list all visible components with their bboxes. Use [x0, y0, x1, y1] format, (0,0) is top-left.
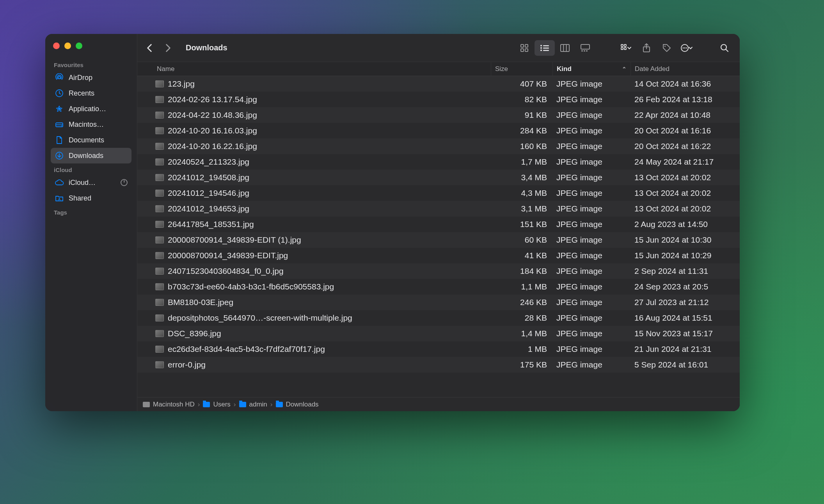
svg-rect-10 — [521, 49, 524, 51]
file-kind: JPEG image — [552, 235, 630, 245]
folder-icon — [276, 402, 283, 407]
file-row[interactable]: 20241012_194546.jpg 4,3 MB JPEG image 13… — [137, 185, 740, 201]
file-row[interactable]: 200008700914_349839-EDIT (1).jpg 60 KB J… — [137, 232, 740, 248]
svg-rect-17 — [543, 50, 549, 51]
share-button[interactable] — [640, 41, 653, 55]
sidebar-item-macintos-[interactable]: Macintos… — [51, 117, 131, 132]
sidebar-item-downloads[interactable]: Downloads — [51, 148, 131, 163]
breadcrumb-item[interactable]: Downloads — [276, 401, 319, 408]
file-row[interactable]: 20241012_194508.jpg 3,4 MB JPEG image 13… — [137, 170, 740, 185]
file-name: 20241012_194546.jpg — [168, 188, 249, 198]
file-date: 27 Jul 2023 at 21:12 — [630, 298, 740, 307]
breadcrumb-item[interactable]: Users — [203, 401, 230, 408]
close-window-button[interactable] — [53, 43, 60, 49]
svg-point-16 — [540, 50, 542, 51]
file-size: 3,1 MB — [491, 204, 552, 213]
file-row[interactable]: depositphotos_5644970…-screen-with-multi… — [137, 310, 740, 326]
sidebar-item-icloud-[interactable]: iCloud… — [51, 175, 131, 190]
forward-button[interactable] — [162, 41, 175, 55]
svg-point-7 — [59, 198, 60, 199]
file-row[interactable]: 2024-10-20 16.22.16.jpg 160 KB JPEG imag… — [137, 138, 740, 154]
sidebar-item-label: Recents — [69, 89, 94, 98]
more-actions-button[interactable] — [680, 41, 694, 55]
file-date: 13 Oct 2024 at 20:02 — [630, 173, 740, 182]
file-date: 20 Oct 2024 at 16:16 — [630, 126, 740, 135]
file-date: 15 Nov 2023 at 15:17 — [630, 329, 740, 338]
column-header-kind[interactable]: Kind ⌃ — [552, 62, 630, 76]
svg-rect-11 — [525, 49, 528, 51]
column-header-name[interactable]: Name — [153, 62, 491, 76]
file-size: 4,3 MB — [491, 188, 552, 198]
sidebar-item-shared[interactable]: Shared — [51, 190, 131, 206]
breadcrumb-item[interactable]: admin — [239, 401, 267, 408]
search-button[interactable] — [718, 41, 731, 55]
sidebar-item-airdrop[interactable]: AirDrop — [51, 70, 131, 85]
file-row[interactable]: DSC_8396.jpg 1,4 MB JPEG image 15 Nov 20… — [137, 326, 740, 341]
finder-window: FavouritesAirDropRecentsApplicatio…Macin… — [45, 34, 740, 411]
file-thumbnail-icon — [155, 158, 164, 165]
file-name: 2024-10-20 16.22.16.jpg — [168, 142, 257, 151]
file-date: 15 Jun 2024 at 10:30 — [630, 235, 740, 245]
sidebar-item-applicatio-[interactable]: Applicatio… — [51, 101, 131, 117]
file-row[interactable]: 123.jpg 407 KB JPEG image 14 Oct 2024 at… — [137, 76, 740, 92]
svg-point-33 — [684, 47, 685, 48]
file-row[interactable]: 2024-04-22 10.48.36.jpg 91 KB JPEG image… — [137, 107, 740, 123]
file-size: 82 KB — [491, 95, 552, 104]
file-size: 151 KB — [491, 220, 552, 229]
group-by-button[interactable] — [620, 41, 633, 55]
file-row[interactable]: 20240524_211323.jpg 1,7 MB JPEG image 24… — [137, 154, 740, 170]
file-row[interactable]: 240715230403604834_f0_0.jpg 184 KB JPEG … — [137, 263, 740, 279]
file-size: 160 KB — [491, 142, 552, 151]
file-row[interactable]: 20241012_194653.jpg 3,1 MB JPEG image 13… — [137, 201, 740, 217]
download-icon — [55, 151, 64, 160]
tags-button[interactable] — [660, 41, 673, 55]
zoom-window-button[interactable] — [76, 43, 82, 49]
file-row[interactable]: b703c73d-ee60-4ab3-b3c1-fb6d5c905583.jpg… — [137, 279, 740, 295]
sidebar-item-label: AirDrop — [69, 74, 92, 82]
gallery-view-button[interactable] — [575, 40, 595, 56]
file-row[interactable]: 264417854_185351.jpg 151 KB JPEG image 2… — [137, 217, 740, 232]
file-thumbnail-icon — [155, 236, 164, 243]
svg-rect-23 — [584, 50, 585, 51]
sidebar-item-recents[interactable]: Recents — [51, 85, 131, 101]
back-button[interactable] — [143, 41, 156, 55]
file-date: 24 Sep 2023 at 20:5 — [630, 282, 740, 291]
breadcrumb-label: Macintosh HD — [153, 401, 195, 408]
minimize-window-button[interactable] — [64, 43, 71, 49]
list-view-button[interactable] — [535, 40, 555, 56]
file-name: 200008700914_349839-EDIT.jpg — [168, 251, 288, 260]
svg-point-2 — [58, 108, 60, 110]
breadcrumb-item[interactable]: Macintosh HD — [143, 401, 195, 408]
file-list[interactable]: 123.jpg 407 KB JPEG image 14 Oct 2024 at… — [137, 76, 740, 397]
file-row[interactable]: 200008700914_349839-EDIT.jpg 41 KB JPEG … — [137, 248, 740, 263]
file-kind: JPEG image — [552, 298, 630, 307]
sort-ascending-icon: ⌃ — [622, 66, 627, 72]
icon-view-button[interactable] — [514, 40, 535, 56]
file-size: 284 KB — [491, 126, 552, 135]
file-row[interactable]: ec26d3ef-83d4-4ac5-b43c-f7df2af70f17.jpg… — [137, 341, 740, 357]
file-size: 28 KB — [491, 313, 552, 323]
file-thumbnail-icon — [155, 330, 164, 337]
nav-buttons — [143, 41, 175, 55]
sidebar-item-label: Shared — [69, 194, 91, 202]
breadcrumb-separator-icon: › — [198, 401, 200, 408]
file-kind: JPEG image — [552, 204, 630, 213]
sidebar-item-documents[interactable]: Documents — [51, 132, 131, 148]
file-kind: JPEG image — [552, 95, 630, 104]
column-header-date[interactable]: Date Added — [630, 62, 740, 76]
clock-icon — [55, 89, 64, 98]
sidebar-section-label: Favourites — [51, 59, 131, 70]
column-view-button[interactable] — [555, 40, 575, 56]
column-header-size[interactable]: Size — [491, 62, 552, 76]
file-kind: JPEG image — [552, 282, 630, 291]
svg-point-0 — [58, 76, 60, 79]
file-row[interactable]: BM8180-03E.jpeg 246 KB JPEG image 27 Jul… — [137, 295, 740, 310]
file-row[interactable]: 2024-10-20 16.16.03.jpg 284 KB JPEG imag… — [137, 123, 740, 138]
file-row[interactable]: error-0.jpg 175 KB JPEG image 5 Sep 2024… — [137, 357, 740, 373]
disk-icon — [143, 402, 150, 407]
file-thumbnail-icon — [155, 283, 164, 290]
svg-point-30 — [664, 45, 666, 46]
file-name: DSC_8396.jpg — [168, 329, 221, 338]
file-row[interactable]: 2024-02-26 13.17.54.jpg 82 KB JPEG image… — [137, 92, 740, 107]
sidebar-item-label: Downloads — [69, 152, 103, 160]
